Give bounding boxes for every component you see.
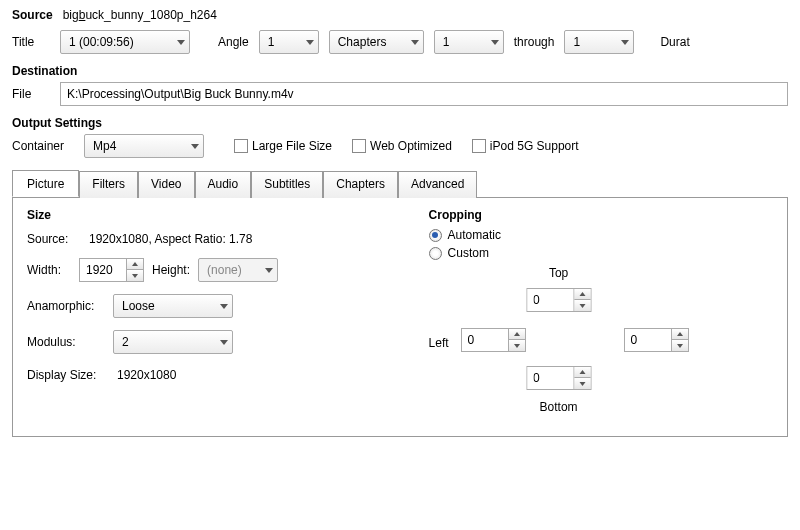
chapter-start-value: 1 — [443, 35, 450, 49]
crop-bottom-input[interactable] — [527, 367, 573, 389]
web-optimized-label: Web Optimized — [370, 139, 452, 153]
chapter-end-dropdown[interactable]: 1 — [564, 30, 634, 54]
spinner-down-icon[interactable] — [672, 340, 688, 351]
container-label: Container — [12, 139, 74, 153]
width-label: Width: — [27, 263, 71, 277]
tab-chapters[interactable]: Chapters — [323, 171, 398, 198]
spinner-up-icon[interactable] — [574, 289, 590, 300]
picture-tab-panel: Size Source: 1920x1080, Aspect Ratio: 1.… — [12, 198, 788, 437]
height-value: (none) — [207, 263, 242, 277]
destination-heading: Destination — [12, 64, 788, 78]
modulus-label: Modulus: — [27, 335, 105, 349]
file-label: File — [12, 87, 50, 101]
spinner-down-icon[interactable] — [127, 270, 143, 281]
chevron-down-icon — [306, 40, 314, 45]
spinner-up-icon[interactable] — [127, 259, 143, 270]
cropping-automatic-radio[interactable]: Automatic — [429, 228, 773, 242]
spinner-up-icon[interactable] — [672, 329, 688, 340]
checkbox-icon — [352, 139, 366, 153]
crop-top-spinner[interactable] — [526, 288, 591, 312]
height-dropdown[interactable]: (none) — [198, 258, 278, 282]
tab-picture[interactable]: Picture — [12, 170, 79, 197]
tab-advanced[interactable]: Advanced — [398, 171, 477, 198]
crop-left-input[interactable] — [462, 329, 508, 351]
spinner-down-icon[interactable] — [509, 340, 525, 351]
anamorphic-dropdown[interactable]: Loose — [113, 294, 233, 318]
source-dim-label: Source: — [27, 232, 81, 246]
cropping-heading: Cropping — [429, 208, 773, 222]
chevron-down-icon — [220, 304, 228, 309]
range-type-value: Chapters — [338, 35, 387, 49]
chevron-down-icon — [411, 40, 419, 45]
display-size-label: Display Size: — [27, 368, 109, 382]
cropping-automatic-label: Automatic — [448, 228, 501, 242]
tab-subtitles[interactable]: Subtitles — [251, 171, 323, 198]
spinner-up-icon[interactable] — [574, 367, 590, 378]
chevron-down-icon — [177, 40, 185, 45]
cropping-custom-radio[interactable]: Custom — [429, 246, 773, 260]
chapter-start-dropdown[interactable]: 1 — [434, 30, 504, 54]
tab-filters[interactable]: Filters — [79, 171, 138, 198]
angle-dropdown[interactable]: 1 — [259, 30, 319, 54]
duration-label: Durat — [660, 35, 689, 49]
tab-video[interactable]: Video — [138, 171, 194, 198]
crop-top-input[interactable] — [527, 289, 573, 311]
chevron-down-icon — [220, 340, 228, 345]
source-dim-value: 1920x1080, Aspect Ratio: 1.78 — [89, 232, 252, 246]
spinner-down-icon[interactable] — [574, 378, 590, 389]
checkbox-icon — [234, 139, 248, 153]
chapter-end-value: 1 — [573, 35, 580, 49]
angle-value: 1 — [268, 35, 275, 49]
through-label: through — [514, 35, 555, 49]
source-value: bigbuck_bunny_1080p_h264 — [63, 8, 217, 22]
crop-top-label: Top — [549, 266, 568, 280]
radio-checked-icon — [429, 229, 442, 242]
output-settings-heading: Output Settings — [12, 116, 788, 130]
file-input[interactable] — [60, 82, 788, 106]
modulus-value: 2 — [122, 335, 129, 349]
chevron-down-icon — [491, 40, 499, 45]
spinner-up-icon[interactable] — [509, 329, 525, 340]
width-spinner[interactable] — [79, 258, 144, 282]
crop-left-spinner[interactable] — [461, 328, 526, 352]
chevron-down-icon — [621, 40, 629, 45]
angle-label: Angle — [218, 35, 249, 49]
web-optimized-checkbox[interactable]: Web Optimized — [352, 139, 452, 153]
range-type-dropdown[interactable]: Chapters — [329, 30, 424, 54]
chevron-down-icon — [265, 268, 273, 273]
anamorphic-value: Loose — [122, 299, 155, 313]
settings-tabs: Picture Filters Video Audio Subtitles Ch… — [12, 170, 788, 198]
large-file-checkbox[interactable]: Large File Size — [234, 139, 332, 153]
large-file-label: Large File Size — [252, 139, 332, 153]
source-text-a: big — [63, 8, 79, 22]
radio-icon — [429, 247, 442, 260]
chevron-down-icon — [191, 144, 199, 149]
tab-audio[interactable]: Audio — [195, 171, 252, 198]
width-input[interactable] — [80, 259, 126, 281]
container-value: Mp4 — [93, 139, 116, 153]
checkbox-icon — [472, 139, 486, 153]
display-size-value: 1920x1080 — [117, 368, 176, 382]
crop-bottom-spinner[interactable] — [526, 366, 591, 390]
title-label: Title — [12, 35, 50, 49]
container-dropdown[interactable]: Mp4 — [84, 134, 204, 158]
modulus-dropdown[interactable]: 2 — [113, 330, 233, 354]
cropping-custom-label: Custom — [448, 246, 489, 260]
ipod-5g-label: iPod 5G Support — [490, 139, 579, 153]
ipod-5g-checkbox[interactable]: iPod 5G Support — [472, 139, 579, 153]
crop-bottom-label: Bottom — [540, 400, 578, 414]
title-dropdown[interactable]: 1 (00:09:56) — [60, 30, 190, 54]
title-value: 1 (00:09:56) — [69, 35, 134, 49]
anamorphic-label: Anamorphic: — [27, 299, 105, 313]
height-label: Height: — [152, 263, 190, 277]
spinner-down-icon[interactable] — [574, 300, 590, 311]
source-label: Source — [12, 8, 53, 22]
crop-left-label: Left — [429, 336, 449, 350]
size-heading: Size — [27, 208, 389, 222]
crop-right-spinner[interactable] — [624, 328, 689, 352]
crop-right-input[interactable] — [625, 329, 671, 351]
source-text-b: uck_bunny_1080p_h264 — [85, 8, 216, 22]
